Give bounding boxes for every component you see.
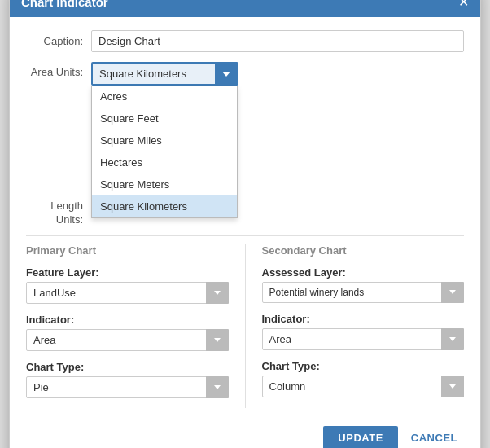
area-units-row: Area Units: Square Kilometers Acres Squa… [26,62,464,86]
close-button[interactable]: ✕ [458,0,469,9]
primary-chart-type-value[interactable]: Pie [26,376,229,398]
dialog-body: Caption: Area Units: Square Kilometers A… [10,17,480,418]
secondary-chart-type-value[interactable]: Column [262,376,465,397]
area-units-option-sqfeet[interactable]: Square Feet [92,108,237,130]
primary-indicator-value[interactable]: Area [26,329,229,351]
secondary-assessed-layer-dropdown[interactable]: Potential winery lands [262,282,465,303]
area-units-option-sqkilometers[interactable]: Square Kilometers [92,195,237,217]
caption-label: Caption: [26,35,91,47]
charts-section: Primary Chart Feature Layer: LandUse Ind… [26,244,464,408]
primary-indicator-dropdown[interactable]: Area [26,329,229,351]
secondary-indicator-dropdown[interactable]: Area [262,328,465,350]
area-units-option-sqmiles[interactable]: Square Miles [92,130,237,152]
caption-row: Caption: [26,30,464,52]
area-units-option-hectares[interactable]: Hectares [92,152,237,173]
area-units-label: Area Units: [26,62,91,78]
secondary-assessed-layer-label: Assessed Layer: [262,266,465,279]
primary-feature-layer-dropdown[interactable]: LandUse [26,282,229,304]
dialog-footer: UPDATE CANCEL [10,418,480,448]
primary-chart-column: Primary Chart Feature Layer: LandUse Ind… [26,244,246,408]
cancel-button[interactable]: CANCEL [405,426,464,448]
secondary-chart-type-label: Chart Type: [262,360,465,372]
area-units-selected[interactable]: Square Kilometers [91,62,238,86]
divider [26,235,464,236]
primary-chart-type-label: Chart Type: [26,361,229,373]
update-button[interactable]: UPDATE [323,426,397,448]
area-units-option-sqmeters[interactable]: Square Meters [92,173,237,195]
secondary-indicator-value[interactable]: Area [262,328,465,350]
caption-input[interactable] [91,30,464,52]
dialog-header: Chart Indicator ✕ [10,0,480,17]
primary-chart-type-dropdown[interactable]: Pie [26,376,229,398]
chart-indicator-dialog: Chart Indicator ✕ Caption: Area Units: S… [9,0,481,448]
length-units-label: LengthUnits: [26,200,91,227]
primary-indicator-label: Indicator: [26,314,229,326]
secondary-chart-column: Secondary Chart Assessed Layer: Potentia… [246,244,465,408]
area-units-menu: Acres Square Feet Square Miles Hectares … [91,86,238,218]
secondary-chart-type-dropdown[interactable]: Column [262,376,465,397]
primary-feature-layer-label: Feature Layer: [26,266,229,279]
secondary-indicator-label: Indicator: [262,313,465,325]
area-units-dropdown[interactable]: Square Kilometers Acres Square Feet Squa… [91,62,238,86]
dialog-title: Chart Indicator [21,0,108,9]
primary-feature-layer-value[interactable]: LandUse [26,282,229,304]
secondary-assessed-layer-value[interactable]: Potential winery lands [262,282,465,303]
secondary-chart-title: Secondary Chart [262,244,465,257]
primary-chart-title: Primary Chart [26,244,229,257]
area-units-option-acres[interactable]: Acres [92,86,237,108]
